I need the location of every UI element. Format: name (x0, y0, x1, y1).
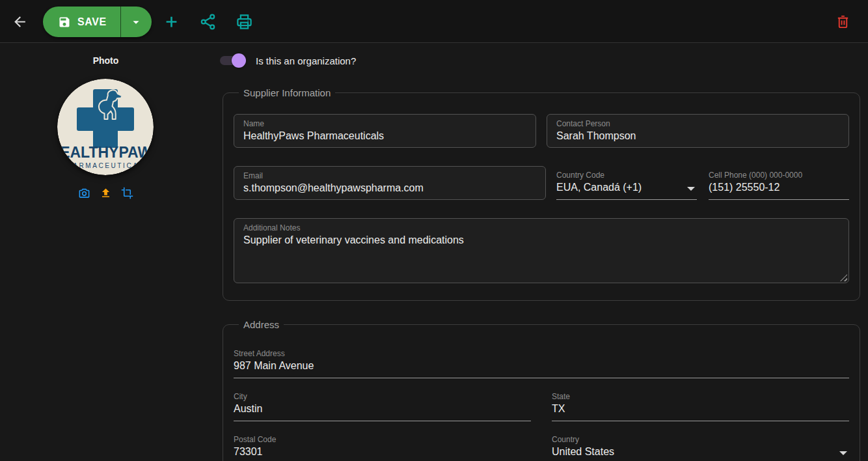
cell-phone-field[interactable]: Cell Phone (000) 000-0000 (151) 25550-12 (709, 166, 849, 200)
country-code-select[interactable]: Country Code EUA, Canadá (+1) (556, 166, 697, 200)
email-field-label: Email (243, 171, 536, 180)
delete-button[interactable] (835, 14, 850, 29)
address-section-legend: Address (239, 319, 284, 330)
healthypaws-logo: HEALTHYPAWS PHARMACEUTICALS (57, 79, 154, 175)
name-field[interactable]: Name HealthyPaws Pharmaceuticals (234, 114, 536, 148)
share-button[interactable] (199, 13, 217, 31)
save-menu-button[interactable] (120, 7, 152, 37)
supplier-edit-page: SAVE (0, 0, 868, 461)
country-field-label: Country (552, 435, 849, 444)
caret-down-icon (687, 187, 695, 191)
textarea-resize-handle[interactable] (840, 274, 847, 281)
supplier-section-legend: Supplier Information (239, 87, 335, 98)
logo-wordmark: HEALTHYPAWS (57, 144, 154, 161)
address-section: Address Street Address 987 Main Avenue C… (223, 319, 860, 461)
save-button[interactable]: SAVE (43, 7, 120, 37)
email-field-value: s.thompson@healthypawspharma.com (243, 182, 536, 194)
trash-icon (835, 14, 850, 29)
arrow-left-icon (12, 14, 28, 30)
country-code-value: EUA, Canadá (+1) (556, 182, 697, 193)
name-field-value: HealthyPaws Pharmaceuticals (243, 130, 526, 142)
country-select[interactable]: Country United States (552, 430, 849, 461)
city-field-value: Austin (234, 403, 531, 415)
country-field-value: United States (552, 446, 849, 458)
street-address-label: Street Address (234, 349, 849, 358)
city-field[interactable]: City Austin (234, 387, 531, 421)
contact-person-field-value: Sarah Thompson (556, 130, 839, 142)
cell-phone-label: Cell Phone (000) 000-0000 (709, 171, 849, 180)
country-code-label: Country Code (556, 171, 697, 180)
save-button-label: SAVE (77, 16, 107, 28)
photo-section-label: Photo (0, 55, 211, 66)
logo-subtext: PHARMACEUTICALS (61, 162, 150, 169)
organization-toggle[interactable] (220, 53, 245, 68)
state-field-label: State (552, 392, 849, 401)
print-button[interactable] (236, 13, 253, 31)
chevron-down-icon (129, 15, 143, 29)
state-field-value: TX (552, 403, 849, 415)
supplier-logo-avatar[interactable]: HEALTHYPAWS PHARMACEUTICALS (57, 79, 154, 175)
plus-icon (163, 13, 180, 31)
save-icon (58, 16, 71, 29)
upload-icon (100, 187, 112, 199)
photo-actions (0, 187, 211, 199)
camera-icon (78, 187, 90, 199)
additional-notes-value: Supplier of veterinary vaccines and medi… (243, 234, 839, 246)
supplier-information-section: Supplier Information Name HealthyPaws Ph… (223, 87, 860, 301)
contact-person-field-label: Contact Person (556, 119, 839, 128)
printer-icon (236, 13, 253, 31)
postal-code-value: 73301 (234, 446, 531, 458)
back-button[interactable] (12, 14, 28, 30)
organization-toggle-label: Is this an organization? (256, 55, 356, 66)
additional-notes-textarea[interactable]: Additional Notes Supplier of veterinary … (234, 218, 849, 283)
postal-code-field[interactable]: Postal Code 73301 (234, 430, 531, 461)
take-photo-button[interactable] (78, 187, 90, 199)
postal-code-label: Postal Code (234, 435, 531, 444)
add-button[interactable] (163, 13, 180, 31)
crop-photo-button[interactable] (121, 187, 133, 199)
cell-phone-value: (151) 25550-12 (709, 182, 849, 193)
additional-notes-label: Additional Notes (243, 223, 839, 232)
street-address-field[interactable]: Street Address 987 Main Avenue (234, 344, 849, 378)
contact-person-field[interactable]: Contact Person Sarah Thompson (547, 114, 849, 148)
caret-down-icon (839, 451, 847, 455)
name-field-label: Name (243, 119, 526, 128)
share-icon (199, 13, 217, 31)
email-field[interactable]: Email s.thompson@healthypawspharma.com (234, 166, 546, 200)
street-address-value: 987 Main Avenue (234, 360, 849, 372)
toolbar: SAVE (0, 0, 868, 43)
state-field[interactable]: State TX (552, 387, 849, 421)
organization-toggle-row: Is this an organization? (220, 53, 356, 68)
crop-icon (121, 187, 133, 199)
upload-photo-button[interactable] (100, 187, 112, 199)
save-split-button: SAVE (43, 7, 152, 37)
toggle-thumb (232, 53, 246, 68)
city-field-label: City (234, 392, 531, 401)
